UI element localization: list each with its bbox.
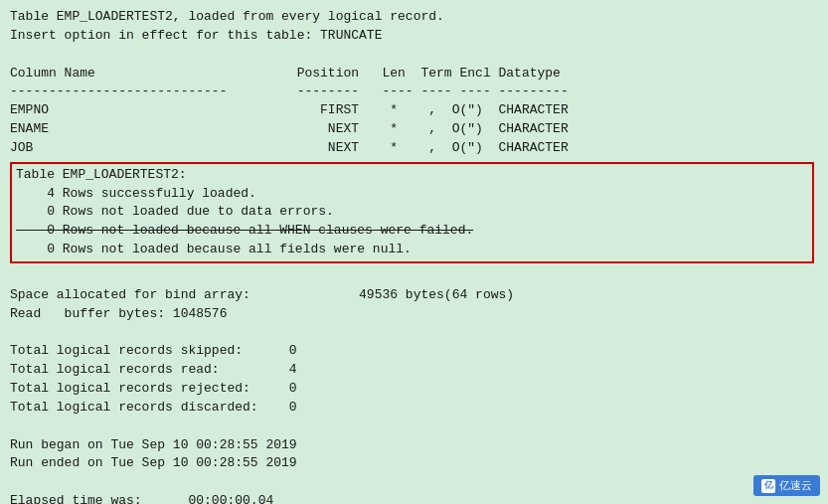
terminal: Table EMP_LOADERTEST2, loaded from every… (0, 0, 828, 504)
empno-row: EMPNO FIRST * , O(") CHARACTER (10, 101, 818, 120)
column-separator: ---------------------------- -------- --… (10, 83, 818, 101)
bind-array-line: Space allocated for bind array: 49536 by… (10, 286, 818, 305)
rows-loaded: 4 Rows successfully loaded. (16, 185, 808, 204)
rows-null-fields: 0 Rows not loaded because all fields wer… (16, 241, 808, 259)
blank-line-3 (10, 324, 818, 343)
blank-line-2 (10, 267, 818, 286)
blank-line-5 (10, 473, 818, 492)
watermark-text: 亿速云 (779, 478, 812, 493)
elapsed-time: Elapsed time was: 00:00:00.04 (10, 492, 818, 504)
ename-row: ENAME NEXT * , O(") CHARACTER (10, 120, 818, 139)
table-label: Table EMP_LOADERTEST2: (16, 166, 808, 185)
blank-line-4 (10, 418, 818, 436)
header-line-2: Insert option in effect for this table: … (10, 27, 818, 46)
run-began: Run began on Tue Sep 10 00:28:55 2019 (10, 436, 818, 455)
job-row: JOB NEXT * , O(") CHARACTER (10, 139, 818, 158)
watermark: 亿 亿速云 (753, 475, 820, 496)
result-box: Table EMP_LOADERTEST2: 4 Rows successful… (10, 162, 814, 263)
records-discarded: Total logical records discarded: 0 (10, 399, 818, 418)
records-skipped: Total logical records skipped: 0 (10, 342, 818, 361)
run-ended: Run ended on Tue Sep 10 00:28:55 2019 (10, 454, 818, 473)
rows-data-errors: 0 Rows not loaded due to data errors. (16, 203, 808, 222)
watermark-icon: 亿 (761, 479, 775, 493)
rows-when-clauses: 0 Rows not loaded because all WHEN claus… (16, 222, 808, 241)
blank-line-1 (10, 46, 818, 65)
read-buffer-line: Read buffer bytes: 1048576 (10, 305, 818, 324)
header-line-1: Table EMP_LOADERTEST2, loaded from every… (10, 8, 818, 27)
records-rejected: Total logical records rejected: 0 (10, 380, 818, 399)
column-header: Column Name Position Len Term Encl Datat… (10, 65, 818, 84)
records-read: Total logical records read: 4 (10, 361, 818, 380)
